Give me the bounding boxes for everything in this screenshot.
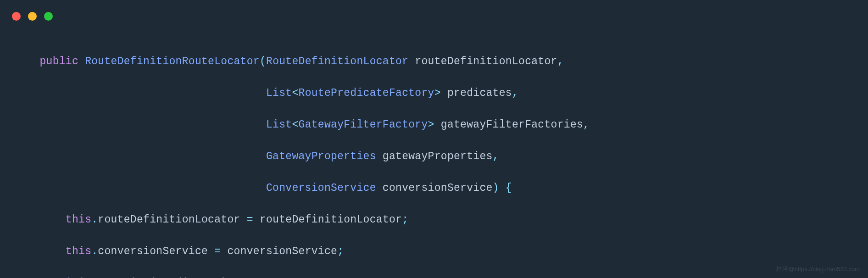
generic-type: RoutePredicateFactory (299, 87, 434, 99)
indent (14, 119, 266, 131)
keyword-this: this (66, 245, 91, 257)
code-line: this.routeDefinitionLocator = routeDefin… (14, 212, 868, 228)
indent (14, 87, 266, 99)
param-type: ConversionService (266, 182, 376, 194)
param-name: predicates (447, 87, 512, 99)
comma: , (557, 56, 564, 67)
code-block: public RouteDefinitionRouteLocator(Route… (0, 0, 868, 278)
code-line: GatewayProperties gatewayProperties, (14, 149, 868, 165)
dot: . (91, 214, 98, 226)
generic-type: GatewayFilterFactory (299, 119, 428, 131)
angle-close: > (434, 87, 441, 99)
param-name: conversionService (383, 182, 493, 194)
minimize-icon[interactable] (28, 12, 37, 21)
comma: , (583, 119, 590, 131)
param-type: List (266, 87, 292, 99)
param-type: List (266, 119, 292, 131)
paren-close: ) (493, 182, 499, 194)
keyword-this: this (66, 214, 91, 226)
watermark-text: 梓漳@https://blog.ntan520.com (776, 265, 860, 274)
code-line: List<GatewayFilterFactory> gatewayFilter… (14, 117, 868, 133)
comma: , (512, 87, 518, 99)
indent (14, 182, 266, 194)
equals: = (247, 214, 253, 226)
semicolon: ; (402, 214, 408, 226)
maximize-icon[interactable] (44, 12, 53, 21)
dot: . (91, 245, 98, 257)
brace-open: { (506, 182, 512, 194)
window-controls (12, 12, 53, 21)
angle-open: < (292, 119, 298, 131)
indent (14, 150, 266, 162)
paren-open: ( (260, 56, 266, 67)
keyword-public: public (39, 56, 78, 67)
code-line: List<RoutePredicateFactory> predicates, (14, 85, 868, 101)
angle-open: < (292, 87, 298, 99)
close-icon[interactable] (12, 12, 21, 21)
code-line: ConversionService conversionService) { (14, 180, 868, 196)
equals: = (214, 245, 221, 257)
param-name: routeDefinitionLocator (415, 56, 557, 67)
indent (14, 245, 66, 257)
angle-close: > (428, 119, 434, 131)
var-name: routeDefinitionLocator (260, 214, 402, 226)
code-line: this.conversionService = conversionServi… (14, 244, 868, 260)
constructor-name: RouteDefinitionRouteLocator (85, 56, 260, 67)
param-name: gatewayProperties (383, 150, 493, 162)
indent (14, 214, 66, 226)
field-name: conversionService (98, 245, 208, 257)
param-type: GatewayProperties (266, 150, 376, 162)
var-name: conversionService (227, 245, 337, 257)
code-line: initFactories(predicates); (14, 275, 868, 278)
param-name: gatewayFilterFactories (441, 119, 583, 131)
code-line: public RouteDefinitionRouteLocator(Route… (14, 54, 868, 70)
param-type: RouteDefinitionLocator (266, 56, 408, 67)
indent (14, 56, 39, 67)
field-name: routeDefinitionLocator (98, 214, 240, 226)
comma: , (493, 150, 499, 162)
semicolon: ; (337, 245, 344, 257)
